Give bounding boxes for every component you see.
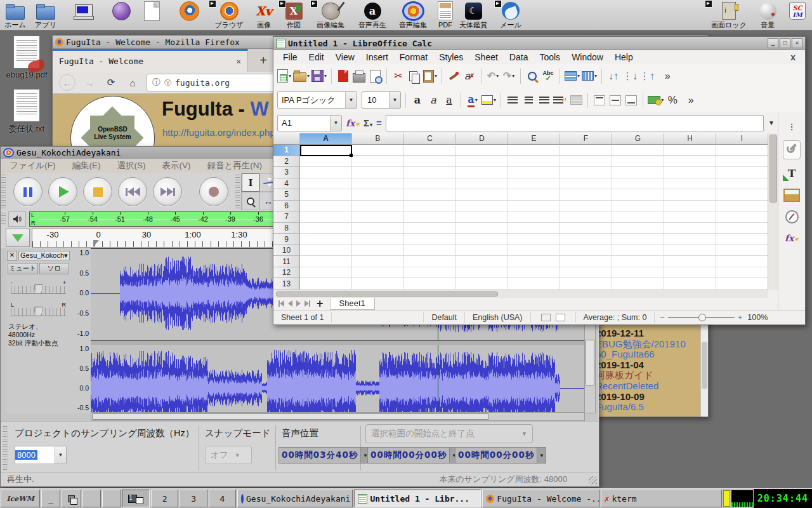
insert-row-icon[interactable]: ▾ bbox=[565, 69, 580, 84]
undo-icon[interactable]: ↶▾ bbox=[486, 69, 500, 84]
minimize-button[interactable]: ▁ bbox=[768, 38, 778, 48]
sheet-number-status[interactable]: Sheet 1 of 1 bbox=[273, 312, 332, 323]
audio-position-field[interactable]: 00時間03分40秒▼ bbox=[278, 447, 370, 464]
pause-button[interactable] bbox=[13, 177, 43, 206]
launcher-blender[interactable] bbox=[171, 1, 207, 29]
column-header-A[interactable]: A bbox=[300, 133, 352, 145]
timeline-options-button[interactable] bbox=[6, 229, 30, 247]
menu-select[interactable]: 選択(S) bbox=[117, 160, 146, 171]
toolbar-grip[interactable] bbox=[1, 175, 6, 209]
row-header-3[interactable]: 3 bbox=[273, 167, 300, 178]
menu-help[interactable]: Help bbox=[609, 51, 639, 64]
track-close-button[interactable]: ✕ bbox=[7, 251, 17, 261]
align-center-icon[interactable] bbox=[521, 93, 535, 108]
equals-icon[interactable]: = bbox=[376, 117, 382, 128]
sum-icon[interactable]: Σ▾ bbox=[363, 117, 372, 128]
italic-icon[interactable]: a bbox=[426, 93, 440, 108]
toolbar-grip[interactable] bbox=[1, 213, 6, 225]
merge-cells-icon[interactable] bbox=[569, 93, 583, 108]
launcher-volume[interactable]: 音量 bbox=[752, 1, 783, 29]
menu-file[interactable]: File bbox=[277, 51, 303, 64]
page-style-status[interactable]: Default bbox=[424, 312, 465, 323]
selection-tool[interactable]: I bbox=[242, 173, 259, 192]
skip-to-end-button[interactable] bbox=[153, 177, 182, 206]
selection-range-combobox[interactable]: 選択範囲の開始点と終了点▼ bbox=[365, 424, 533, 443]
workspace-4-button[interactable]: 4 bbox=[209, 490, 236, 507]
menu-view[interactable]: 表示(V) bbox=[162, 160, 191, 171]
tracking-shield-icon[interactable]: Ⓥ bbox=[164, 78, 171, 88]
menu-edit[interactable]: Edit bbox=[303, 51, 330, 64]
row-header-7[interactable]: 7 bbox=[273, 211, 300, 223]
align-right-icon[interactable] bbox=[537, 93, 551, 108]
open-icon[interactable]: ▾ bbox=[293, 69, 310, 84]
project-rate-combobox[interactable]: 8000 ▼ bbox=[15, 446, 67, 464]
print-icon[interactable] bbox=[352, 69, 366, 84]
page-info-icon[interactable]: ⓘ bbox=[152, 77, 160, 88]
menu-tools[interactable]: Tools bbox=[534, 51, 566, 64]
launcher-image-editor[interactable]: 画像編集 bbox=[311, 1, 350, 29]
task-kterm[interactable]: ✗ kterm bbox=[601, 490, 722, 507]
launcher-drawing[interactable]: X作図 bbox=[279, 1, 308, 29]
play-button[interactable] bbox=[48, 177, 77, 206]
toolbar-overflow-icon[interactable]: » bbox=[660, 69, 674, 84]
print-preview-icon[interactable] bbox=[368, 69, 382, 84]
record-button[interactable] bbox=[199, 177, 228, 206]
launcher-libreoffice[interactable] bbox=[137, 1, 166, 29]
percent-format-icon[interactable]: % bbox=[665, 93, 679, 108]
snap-combobox[interactable]: オフ▼ bbox=[205, 446, 252, 464]
sidebar-gallery-icon[interactable] bbox=[783, 187, 800, 203]
menu-edit[interactable]: 編集(E) bbox=[72, 160, 101, 171]
select-all-corner[interactable] bbox=[273, 133, 300, 145]
insert-column-icon[interactable]: ▾ bbox=[582, 69, 597, 84]
sort-ascending-icon[interactable]: ⋮↑ bbox=[639, 69, 655, 84]
toolbar-overflow-icon[interactable]: » bbox=[684, 93, 698, 108]
sidebar-styles-icon[interactable]: T bbox=[783, 166, 800, 181]
sheet-tab-sheet1[interactable]: Sheet1 bbox=[330, 298, 375, 310]
forward-button[interactable]: → bbox=[82, 75, 97, 90]
row-header-12[interactable]: 12 bbox=[273, 267, 300, 279]
column-header-C[interactable]: C bbox=[404, 133, 456, 145]
speaker-icon[interactable] bbox=[8, 211, 26, 227]
window-list-button[interactable] bbox=[62, 490, 81, 507]
selected-cell-A1[interactable] bbox=[300, 145, 352, 156]
gain-slider[interactable]: -+ bbox=[11, 286, 66, 294]
show-desktop-button[interactable]: _ bbox=[41, 490, 60, 507]
home-button[interactable]: ⌂ bbox=[125, 75, 140, 90]
maximize-button[interactable]: □ bbox=[780, 38, 790, 48]
gain-slider-thumb[interactable] bbox=[34, 284, 43, 294]
selection-end-field[interactable]: 00時間00分00秒▼ bbox=[455, 447, 546, 464]
menu-styles[interactable]: Styles bbox=[433, 51, 469, 64]
zoom-slider[interactable]: − + bbox=[660, 313, 742, 322]
export-pdf-icon[interactable] bbox=[336, 69, 350, 84]
new-document-icon[interactable]: ▾ bbox=[277, 69, 291, 84]
window-resize-grip[interactable] bbox=[589, 476, 597, 485]
desktop-icon-pdf[interactable]: ebug19.pdf bbox=[0, 36, 53, 79]
new-tab-button[interactable]: + bbox=[254, 51, 272, 69]
list-item-link[interactable]: FuguIta/6.5 bbox=[596, 402, 708, 413]
workspace-3-button[interactable]: 3 bbox=[180, 490, 207, 507]
mute-button[interactable]: ミュート bbox=[8, 263, 38, 274]
currency-format-icon[interactable]: ▾ bbox=[648, 93, 664, 108]
row-header-13[interactable]: 13 bbox=[273, 278, 300, 290]
menu-window[interactable]: Window bbox=[566, 51, 609, 64]
page-subtitle-link[interactable]: http://fuguita.org/index.php bbox=[162, 127, 275, 138]
column-header-F[interactable]: F bbox=[560, 133, 612, 145]
launcher-emacs[interactable] bbox=[105, 1, 137, 29]
column-header-E[interactable]: E bbox=[508, 133, 560, 145]
row-header-6[interactable]: 6 bbox=[273, 201, 300, 212]
browser-tab[interactable]: FuguIta - Welcome × bbox=[53, 49, 248, 72]
pan-slider-thumb[interactable] bbox=[34, 307, 43, 316]
align-left-icon[interactable] bbox=[506, 93, 520, 108]
selection-mode-status[interactable] bbox=[531, 312, 576, 323]
row-header-5[interactable]: 5 bbox=[273, 189, 300, 201]
list-item-link[interactable]: 河豚板ガイド bbox=[596, 370, 708, 381]
launcher-mail[interactable]: メール bbox=[495, 1, 527, 29]
skip-to-start-button[interactable] bbox=[118, 177, 147, 206]
highlight-color-icon[interactable]: ▾ bbox=[481, 93, 496, 108]
menu-sheet[interactable]: Sheet bbox=[469, 51, 504, 64]
language-status[interactable]: English (USA) bbox=[465, 312, 531, 323]
menu-insert[interactable]: Insert bbox=[360, 51, 394, 64]
zoom-slider-knob[interactable] bbox=[698, 314, 706, 321]
tab-close-icon[interactable]: × bbox=[236, 57, 241, 66]
clone-formatting-icon[interactable] bbox=[447, 69, 461, 84]
